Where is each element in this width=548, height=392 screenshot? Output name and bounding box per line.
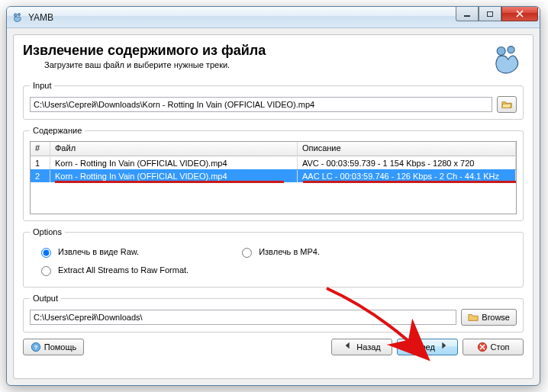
help-button-label: Помощь [44,342,77,352]
annotation-underline [55,181,284,183]
table-body: 1 Korn - Rotting In Vain (OFFICIAL VIDEO… [31,156,516,182]
arrow-left-icon [343,342,353,352]
radio-extract-raw-input[interactable] [41,248,51,258]
close-button[interactable] [501,7,538,21]
maximize-button[interactable] [479,7,501,21]
input-path-field[interactable] [30,97,492,112]
radio-extract-mp4[interactable]: Извлечь в MP4. [238,246,320,258]
cell-file: Korn - Rotting In Vain (OFFICIAL VIDEO).… [50,157,298,169]
app-icon [11,11,24,24]
svg-text:?: ? [34,344,37,351]
radio-extract-all-input[interactable] [41,266,51,276]
input-group: Input [23,81,524,120]
output-group-label: Output [30,294,61,303]
app-window: YAMB Извлечение содержимого из файла Заг… [6,6,540,386]
browse-button-label: Browse [482,313,510,322]
cell-num: 2 [31,170,50,182]
back-button-label: Назад [356,342,381,352]
options-group: Options Извлечь в виде Raw. Извлечь в MP… [23,227,524,288]
next-button-label: Вперед [406,342,435,352]
input-group-label: Input [30,81,54,90]
browse-button[interactable]: Browse [461,309,517,326]
table-row[interactable]: 1 Korn - Rotting In Vain (OFFICIAL VIDEO… [31,156,516,169]
help-icon: ? [31,342,41,352]
table-header: # Файл Описание [31,142,516,156]
client-area: Извлечение содержимого из файла Загрузит… [13,34,533,379]
content-group-label: Содержание [30,126,85,135]
window-controls [456,7,538,21]
page-header: Извлечение содержимого из файла Загрузит… [23,43,524,76]
radio-extract-all-label: Extract All Streams to Raw Format. [58,265,189,275]
radio-extract-mp4-input[interactable] [242,248,252,258]
button-bar: ? Помощь Назад Вперед С [23,339,524,355]
output-group: Output Browse [23,294,524,333]
cell-desc: AVC - 00:03:59.739 - 1 154 Kbps - 1280 x… [298,157,516,169]
svg-point-3 [508,47,514,53]
svg-point-1 [18,13,20,15]
arrow-right-icon [438,342,449,352]
col-header-desc[interactable]: Описание [298,142,516,156]
stop-button[interactable]: Стоп [463,339,524,355]
stop-icon [477,342,488,352]
stop-button-label: Стоп [491,342,510,352]
cell-num: 1 [31,157,50,169]
table-row[interactable]: 2 Korn - Rotting In Vain (OFFICIAL VIDEO… [31,169,516,182]
radio-extract-raw[interactable]: Извлечь в виде Raw. [37,246,139,258]
svg-point-0 [14,13,17,16]
content-group: Содержание # Файл Описание 1 Korn - Rott… [23,126,524,221]
open-file-button[interactable] [497,96,517,113]
next-button[interactable]: Вперед [397,339,458,355]
help-button[interactable]: ? Помощь [23,339,84,355]
radio-extract-mp4-label: Извлечь в MP4. [259,247,320,256]
window-title: YAMB [28,12,53,23]
page-subtitle: Загрузите ваш файл и выберите нужные тре… [23,60,490,69]
back-button[interactable]: Назад [331,339,392,355]
col-header-file[interactable]: Файл [50,142,298,156]
radio-extract-all[interactable]: Extract All Streams to Raw Format. [37,264,189,276]
options-group-label: Options [30,227,65,236]
track-table[interactable]: # Файл Описание 1 Korn - Rotting In Vain… [30,141,517,214]
folder-icon [468,312,479,323]
col-header-num[interactable]: # [31,142,50,156]
folder-open-icon [501,99,512,110]
radio-extract-raw-label: Извлечь в виде Raw. [58,247,139,256]
svg-point-2 [497,47,505,56]
page-title: Извлечение содержимого из файла [23,43,490,59]
minimize-button[interactable] [456,7,479,21]
header-foot-icon [490,43,524,76]
output-path-field[interactable] [30,310,456,325]
annotation-underline [303,181,517,183]
titlebar: YAMB [7,7,540,28]
